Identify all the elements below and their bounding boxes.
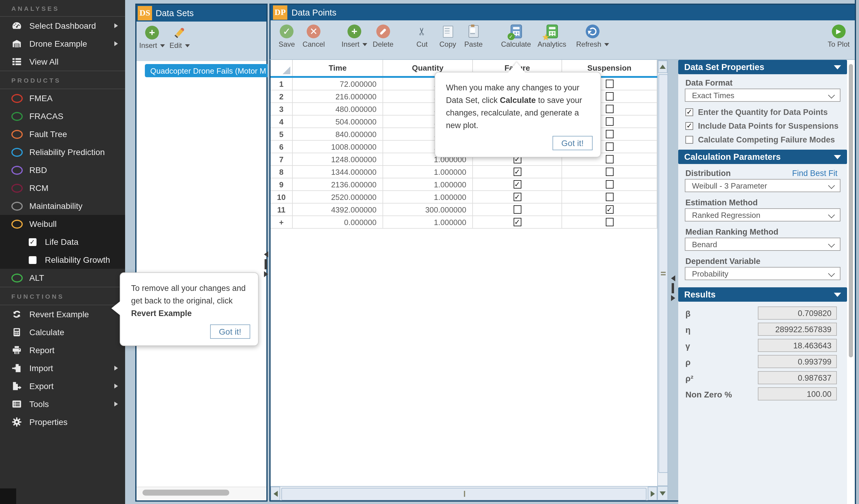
sidebar-item-maintainability[interactable]: Maintainability xyxy=(0,197,125,215)
suspension-checkbox[interactable] xyxy=(605,218,613,226)
time-cell[interactable]: 4392.000000 xyxy=(293,203,383,215)
sidebar-item-fault-tree[interactable]: Fault Tree xyxy=(0,125,125,143)
sidebar-item-weibull[interactable]: Weibull xyxy=(0,215,125,233)
scroll-up-button[interactable] xyxy=(658,60,667,73)
scrollbar-thumb[interactable] xyxy=(659,74,668,473)
quantity-cell[interactable]: 300.000000 xyxy=(383,203,473,215)
failure-checkbox[interactable] xyxy=(513,168,521,176)
suspension-checkbox[interactable] xyxy=(605,117,613,126)
failure-cell[interactable] xyxy=(473,178,562,190)
sidebar-item-calculate[interactable]: Calculate xyxy=(0,323,125,341)
selected-dataset-item[interactable]: Quadcopter Drone Fails (Motor M xyxy=(145,64,268,77)
grid-vertical-scrollbar[interactable] xyxy=(657,60,668,486)
refresh-button[interactable]: Refresh xyxy=(576,25,609,48)
failure-cell[interactable] xyxy=(473,203,562,215)
suspension-checkbox[interactable] xyxy=(605,130,613,138)
grid-horizontal-scrollbar[interactable] xyxy=(271,486,657,500)
sidebar-item-reliability-growth[interactable]: Reliability Growth xyxy=(0,251,125,269)
calculate-button[interactable]: ✓ Calculate xyxy=(501,25,531,48)
collapse-right-icon[interactable] xyxy=(671,295,675,301)
suspension-checkbox[interactable] xyxy=(605,105,613,113)
competing-failure-modes-checkbox-row[interactable]: Calculate Competing Failure Modes xyxy=(685,135,835,144)
time-cell[interactable]: 1008.000000 xyxy=(293,141,383,153)
sidebar-item-rcm[interactable]: RCM xyxy=(0,179,125,197)
sidebar-item-drone-example[interactable]: Drone Example xyxy=(0,35,125,53)
failure-cell[interactable] xyxy=(473,191,562,203)
dependent-variable-select[interactable]: Probability xyxy=(685,267,841,280)
unchecked-checkbox-icon[interactable] xyxy=(26,254,38,266)
collapse-right-icon[interactable] xyxy=(264,271,268,277)
estimation-method-select[interactable]: Ranked Regression xyxy=(685,208,841,222)
data-set-properties-header[interactable]: Data Set Properties xyxy=(678,60,847,74)
sidebar-item-life-data[interactable]: ✓Life Data xyxy=(0,233,125,251)
scrollbar-thumb[interactable] xyxy=(849,64,853,357)
suspension-cell[interactable] xyxy=(562,166,657,178)
edit-dataset-button[interactable]: Edit xyxy=(169,26,190,50)
quantity-cell[interactable]: 1.000000 xyxy=(383,166,473,178)
sidebar-item-tools[interactable]: Tools xyxy=(0,395,125,413)
column-header-time[interactable]: Time xyxy=(293,60,383,76)
suspension-checkbox[interactable] xyxy=(605,205,613,214)
sidebar-item-report[interactable]: Report xyxy=(0,341,125,359)
insert-dataset-button[interactable]: + Insert xyxy=(139,26,165,50)
calculation-parameters-header[interactable]: Calculation Parameters xyxy=(678,150,847,164)
to-plot-button[interactable]: ▶ To Plot xyxy=(828,25,849,48)
insert-row-button[interactable]: + Insert xyxy=(342,25,367,48)
find-best-fit-link[interactable]: Find Best Fit xyxy=(792,169,838,178)
sidebar-item-rbd[interactable]: RBD xyxy=(0,161,125,179)
scroll-down-button[interactable] xyxy=(657,486,668,500)
time-cell[interactable]: 1248.000000 xyxy=(293,153,383,165)
suspension-checkbox[interactable] xyxy=(605,142,613,151)
data-sets-horizontal-scrollbar[interactable] xyxy=(136,487,266,500)
suspension-checkbox[interactable] xyxy=(605,80,613,88)
cancel-button[interactable]: ✕ Cancel xyxy=(303,25,325,48)
delete-row-button[interactable]: Delete xyxy=(373,25,393,48)
failure-checkbox[interactable] xyxy=(513,218,521,226)
time-cell[interactable]: 0.000000 xyxy=(293,216,383,228)
suspension-checkbox[interactable] xyxy=(605,168,613,176)
copy-button[interactable]: Copy xyxy=(439,25,456,48)
failure-checkbox[interactable] xyxy=(513,205,521,214)
distribution-select[interactable]: Weibull - 3 Parameter xyxy=(685,179,841,192)
add-row-button[interactable]: + xyxy=(271,216,293,228)
quantity-cell[interactable]: 1.000000 xyxy=(383,178,473,190)
time-cell[interactable]: 216.000000 xyxy=(293,90,383,102)
time-cell[interactable]: 840.000000 xyxy=(293,128,383,140)
analytics-button[interactable]: ★ Analytics xyxy=(538,25,566,48)
suspension-cell[interactable] xyxy=(562,191,657,203)
include-suspensions-checkbox-row[interactable]: Include Data Points for Suspensions xyxy=(685,122,839,131)
quantity-cell[interactable]: 1.000000 xyxy=(383,216,473,228)
enter-quantity-checkbox-row[interactable]: Enter the Quantity for Data Points xyxy=(685,108,828,117)
time-cell[interactable]: 504.000000 xyxy=(293,116,383,127)
collapse-left-icon[interactable] xyxy=(671,275,675,281)
window-vertical-scrollbar[interactable] xyxy=(847,60,855,504)
failure-checkbox[interactable] xyxy=(513,180,521,188)
got-it-button[interactable]: Got it! xyxy=(552,136,593,150)
results-header[interactable]: Results xyxy=(678,287,847,302)
sidebar-item-export[interactable]: Export xyxy=(0,377,125,395)
sidebar-item-view-all[interactable]: View All xyxy=(0,53,125,71)
sidebar-item-select-dashboard[interactable]: Select Dashboard xyxy=(0,17,125,35)
scrollbar-thumb[interactable] xyxy=(142,490,229,495)
suspension-cell[interactable] xyxy=(562,216,657,228)
suspension-cell[interactable] xyxy=(562,203,657,215)
got-it-button[interactable]: Got it! xyxy=(210,324,250,339)
failure-cell[interactable] xyxy=(473,166,562,178)
quantity-cell[interactable]: 1.000000 xyxy=(383,191,473,203)
collapse-left-icon[interactable] xyxy=(264,251,268,257)
paste-button[interactable]: Paste xyxy=(464,25,482,48)
sidebar-item-fracas[interactable]: FRACAS xyxy=(0,107,125,125)
median-ranking-method-select[interactable]: Benard xyxy=(685,238,841,251)
save-button[interactable]: ✓ Save xyxy=(278,25,295,48)
suspension-checkbox[interactable] xyxy=(605,92,613,101)
scroll-left-button[interactable] xyxy=(271,487,280,500)
splitter-handle[interactable] xyxy=(672,283,674,293)
panel-splitter-right[interactable] xyxy=(669,274,676,302)
sidebar-item-alt[interactable]: ALT xyxy=(0,269,125,287)
time-cell[interactable]: 1344.000000 xyxy=(293,166,383,178)
checked-checkbox-icon[interactable]: ✓ xyxy=(26,236,38,248)
sidebar-item-revert-example[interactable]: Revert Example xyxy=(0,305,125,323)
time-cell[interactable]: 2520.000000 xyxy=(293,191,383,203)
cut-button[interactable]: ✂ Cut xyxy=(416,25,427,48)
panel-splitter-left[interactable] xyxy=(262,250,269,278)
